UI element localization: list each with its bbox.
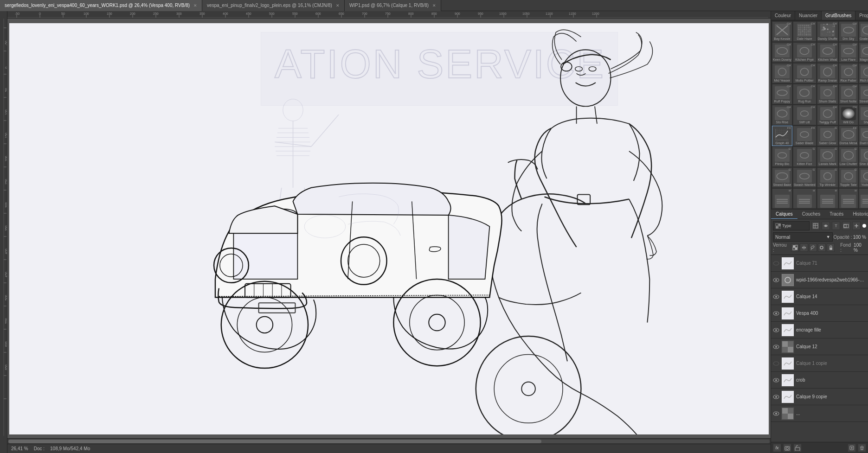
brush-item-saber-blade[interactable]: FXSaber Blade: [793, 126, 817, 146]
panel-tab-grutbrushes[interactable]: GrutBrushes: [822, 11, 855, 20]
tab-historique[interactable]: Historique: [848, 210, 868, 219]
brush-item-motis-pottier[interactable]: CHMotis Pottier: [793, 63, 817, 83]
brush-item-kitchen-prye[interactable]: CHKitchen Prye: [793, 42, 817, 63]
brush-item-will-do[interactable]: CHWill Do: [839, 105, 858, 125]
layer-item-l7[interactable]: Calque 1 copie: [771, 355, 868, 372]
brush-item-rice-patter[interactable]: CHRice Patter: [839, 63, 858, 83]
layer-item-l5[interactable]: encrage fille: [771, 322, 868, 338]
brush-item-mid-yeaser[interactable]: CHMid Yeaser: [772, 63, 792, 83]
brush-item-rich-roast[interactable]: CHRich Roast: [859, 63, 868, 83]
tab-couches[interactable]: Couches: [797, 210, 825, 219]
lock-icon-checkered[interactable]: [791, 243, 799, 252]
tab-1[interactable]: sergefiedos_lovenly_eni_vespa400_60_year…: [0, 0, 202, 11]
layer-list[interactable]: Calque 71wpid-1966redvespa2web1966-vespa…: [771, 255, 868, 442]
tab-1-close[interactable]: ✕: [193, 0, 197, 11]
layer-eye-l6[interactable]: [773, 344, 779, 350]
brush-item-grater-vent[interactable]: CHGrater Vent: [859, 21, 868, 42]
brush-item-yodel-on[interactable]: GYodel On: [859, 167, 868, 188]
layer-eye-l7[interactable]: [773, 360, 779, 367]
brush-item-kitten-fizz[interactable]: GKitten Fizz: [793, 147, 817, 167]
brush-item-bay-kessle[interactable]: CHBay Kessle: [772, 21, 792, 42]
layer-item-l4[interactable]: Vespa 400: [771, 305, 868, 322]
brush-item-rug-run[interactable]: CHRug Run: [793, 84, 817, 104]
lock-icon-move[interactable]: [800, 243, 808, 252]
layer-eye-l3[interactable]: [773, 293, 779, 300]
brush-item-strand-bake[interactable]: GStrand Bake: [772, 167, 792, 188]
layer-item-l6[interactable]: Calque 12: [771, 338, 868, 355]
layer-icon-btn-2[interactable]: [822, 222, 830, 230]
brush-item-sharp[interactable]: Sharp: [859, 105, 868, 125]
brush-item-dorsa-mesa[interactable]: FXDorsa Mesa: [839, 126, 858, 146]
brush-item-sto-rise[interactable]: CHSto Rise: [772, 105, 792, 125]
lock-icon-brush[interactable]: [809, 243, 817, 252]
brush-item-topple-tate[interactable]: GTopple Tate: [839, 167, 858, 188]
brush-item-shin-duster[interactable]: GShin Duster: [859, 147, 868, 167]
layer-item-l2[interactable]: wpid-1966redvespa2web1966-vespa: [771, 272, 868, 288]
layer-icon-btn-3[interactable]: T: [832, 222, 840, 230]
layer-btn-delete[interactable]: [858, 444, 866, 452]
layer-eye-l2[interactable]: [773, 277, 779, 283]
brush-item-shum-stalls[interactable]: CHShum Stalls: [817, 84, 838, 104]
layer-item-l3[interactable]: Calque 14: [771, 288, 868, 305]
lock-icon-chain[interactable]: [818, 243, 826, 252]
layer-btn-new[interactable]: [848, 444, 856, 452]
layer-icon-btn-1[interactable]: [811, 222, 820, 230]
layer-eye-l5[interactable]: [773, 327, 779, 333]
layer-item-l1[interactable]: Calque 71: [771, 255, 868, 272]
brush-item-magnt-divit[interactable]: CHMagnt Divit: [859, 42, 868, 63]
tab-calques[interactable]: Calques: [771, 210, 797, 219]
lock-icon-lock[interactable]: [827, 243, 835, 252]
layer-eye-l8[interactable]: [773, 377, 779, 383]
brush-item-stiff-litt[interactable]: CHStiff Litt: [793, 105, 817, 125]
tab-traces[interactable]: Tracés: [825, 210, 848, 219]
layer-btn-fx[interactable]: fx: [773, 444, 781, 452]
brush-item-lanais-mark[interactable]: GLanais Mark: [817, 147, 838, 167]
brush-item-drn-sky[interactable]: CHDrn Sky: [839, 21, 858, 42]
brush-item-saber-glow[interactable]: GSaber Glow: [817, 126, 838, 146]
layer-eye-l1[interactable]: [773, 260, 779, 267]
brush-item-kitchen-weal[interactable]: CHKitchen Weal: [817, 42, 838, 63]
brush-item-graph-40[interactable]: FXGraph 40: [772, 126, 792, 146]
brush-item-ruff-poppy[interactable]: CHRuff Poppy: [772, 84, 792, 104]
brush-item-extra-0[interactable]: H: [772, 188, 792, 209]
tab-3[interactable]: WIP1.psd @ 66,7% (Calque 1, RVB/8) ✕: [345, 0, 441, 11]
tab-3-close[interactable]: ✕: [432, 0, 436, 11]
layer-eye-l10[interactable]: [773, 410, 779, 417]
brush-item-swash-wanted[interactable]: GSwash Wanted: [793, 167, 817, 188]
brush-item-dale-haze[interactable]: CHDale Haze: [793, 21, 817, 42]
layer-type-select[interactable]: Type: [773, 221, 810, 230]
brush-item-tip-wrinkle[interactable]: GTip Wrinkle: [817, 167, 838, 188]
panel-options-btn[interactable]: [862, 224, 866, 228]
brush-item-low-flare[interactable]: CHLow Flare: [839, 42, 858, 63]
tab-2[interactable]: vespa_eni_pinup_finalv2_logo_plein.eps @…: [202, 0, 345, 11]
brush-item-plinky-blo[interactable]: GPlinky Blo: [772, 147, 792, 167]
layer-icon-btn-5[interactable]: [852, 222, 861, 230]
layer-eye-l9[interactable]: [773, 394, 779, 400]
brush-item-low-chutter[interactable]: GLow Chutter: [839, 147, 858, 167]
brush-item-ramp-sraise[interactable]: CHRamp Sraise: [817, 63, 838, 83]
brush-item-extra-4[interactable]: H: [859, 188, 868, 209]
tab-2-close[interactable]: ✕: [336, 0, 340, 11]
brush-item-streetky-tik[interactable]: CHStreetky Tik: [859, 84, 868, 104]
horizontal-scrollbar[interactable]: [7, 438, 771, 444]
brush-item-dandy-shuffe[interactable]: CHDandy Shuffe: [817, 21, 838, 42]
brush-item-keen-downy[interactable]: CHKeen Downy: [772, 42, 792, 63]
layer-eye-l4[interactable]: [773, 310, 779, 317]
brush-item-extra-1[interactable]: H: [793, 188, 817, 209]
layer-icon-btn-4[interactable]: [842, 222, 850, 230]
layer-item-l9[interactable]: Calque 9 copie: [771, 389, 868, 405]
panel-tab-propriet[interactable]: Propriét: [855, 11, 868, 20]
blend-mode-select[interactable]: Normal ▼: [773, 232, 833, 242]
layer-btn-mask[interactable]: [783, 444, 791, 452]
brush-item-twiggy-puff[interactable]: CHTwiggy Puff: [817, 105, 838, 125]
layer-item-l8[interactable]: crob: [771, 372, 868, 389]
layer-btn-group[interactable]: [793, 444, 802, 452]
brush-item-short-notte[interactable]: CHShort Notte: [839, 84, 858, 104]
panel-tab-nuancier[interactable]: Nuancier: [795, 11, 822, 20]
canvas-area[interactable]: ATION SERVICE: [7, 19, 771, 444]
panel-tab-couleur[interactable]: Couleur: [771, 11, 795, 20]
brush-item-extra-3[interactable]: H: [839, 188, 858, 209]
brush-item-duel-nutan[interactable]: FXDuel Nutan: [859, 126, 868, 146]
brush-item-extra-2[interactable]: H: [817, 188, 838, 209]
layer-item-l10[interactable]: ...: [771, 405, 868, 422]
